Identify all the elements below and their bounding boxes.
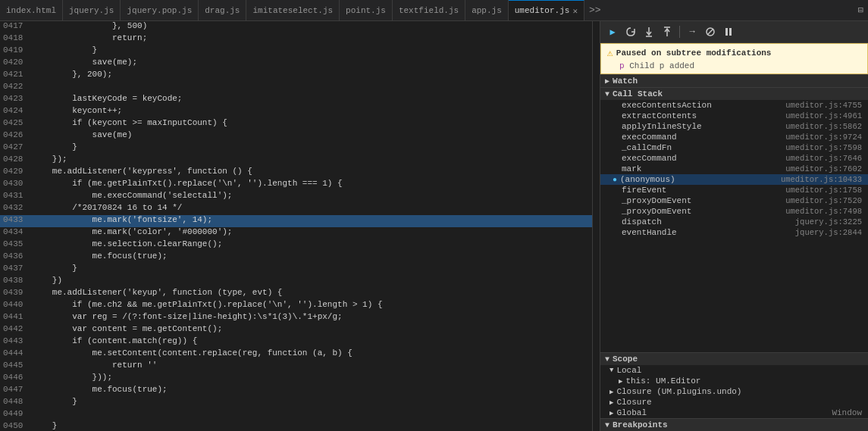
list-item[interactable]: markumeditor.js:7602 — [600, 164, 868, 174]
tab-imitateselect-js[interactable]: imitateselect.js — [246, 0, 340, 20]
scope-item-arrow: ▼ — [609, 367, 613, 374]
panel-toggle-button[interactable]: ⊟ — [854, 5, 868, 16]
breakpoints-section-header[interactable]: ▼ Breakpoints — [600, 418, 868, 431]
list-item[interactable]: ▼ Local — [600, 365, 868, 376]
right-panel: ▶ → ⚠ Paused on subtree modificat — [600, 21, 868, 431]
step-over-button[interactable] — [623, 24, 638, 39]
step-into-button[interactable] — [641, 24, 656, 39]
table-row: 0429 me.addListener('keypress', function… — [0, 167, 592, 179]
table-row: 0434 me.mark('color', '#000000'); — [0, 227, 592, 239]
tab-point-js[interactable]: point.js — [340, 0, 393, 20]
table-row: 0420 save(me); — [0, 58, 592, 70]
table-row: 0443 if (content.match(reg)) { — [0, 336, 592, 348]
list-item[interactable]: _proxyDomEventumeditor.js:7520 — [600, 195, 868, 206]
table-row: 0419 } — [0, 45, 592, 58]
table-row: 0445 return '' — [0, 361, 592, 373]
svg-rect-7 — [729, 28, 732, 36]
notification-title: ⚠ Paused on subtree modifications — [607, 47, 861, 59]
list-item[interactable]: execCommandumeditor.js:7646 — [600, 153, 868, 164]
list-item[interactable]: ▶ Closure (UM.plugins.undo) — [600, 386, 868, 397]
watch-collapse-arrow: ▶ — [605, 77, 609, 86]
list-item[interactable]: execCommandumeditor.js:9724 — [600, 132, 868, 142]
breakpoints-collapse-arrow: ▼ — [605, 421, 609, 429]
table-row: 0432 /*20170824 16 to 14 */ — [0, 203, 592, 215]
debug-toolbar: ▶ → — [600, 21, 868, 43]
callstack-section-header[interactable]: ▼ Call Stack — [600, 87, 868, 100]
list-item[interactable]: dispatchjquery.js:3225 — [600, 217, 868, 227]
table-row: 0417 }, 500) — [0, 21, 592, 33]
list-item[interactable]: ▶ GlobalWindow — [600, 408, 868, 418]
tab-umeditor-js[interactable]: umeditor.js ✕ — [509, 0, 584, 20]
tab-bar: index.html jquery.js jquery.pop.js drag.… — [0, 0, 868, 21]
scope-item-arrow: ▶ — [609, 409, 613, 417]
table-row: 0441 var reg = /(?:font-size|line-height… — [0, 312, 592, 324]
current-frame-marker: ● — [613, 176, 617, 184]
list-item[interactable]: eventHandlejquery.js:2844 — [600, 227, 868, 238]
list-item[interactable]: applyInlineStyleumeditor.js:5862 — [600, 121, 868, 132]
pause-button[interactable] — [721, 24, 736, 39]
table-row: 0428 }); — [0, 155, 592, 167]
table-row: 0425 if (keycont >= maxInputCount) { — [0, 118, 592, 130]
table-row: 0433 me.mark('fontsize', 14); — [0, 215, 592, 227]
scope-item-label: Local — [616, 366, 641, 375]
tab-jquery-pop-js[interactable]: jquery.pop.js — [121, 0, 199, 20]
svg-line-5 — [707, 29, 713, 35]
scope-list: ▼ Local▶ this: UM.Editor▶ Closure (UM.pl… — [600, 365, 868, 418]
vertical-scrollbar[interactable] — [592, 21, 600, 431]
svg-rect-6 — [725, 28, 728, 36]
call-stack-panel: ▼ Call Stack execContentsActionumeditor.… — [600, 87, 868, 352]
table-row: 0450 } — [0, 421, 592, 431]
scope-item-arrow: ▶ — [609, 398, 613, 407]
tab-textfield-js[interactable]: textfield.js — [393, 0, 465, 20]
scope-item-label: Global — [616, 408, 647, 417]
list-item[interactable]: fireEventumeditor.js:1758 — [600, 185, 868, 195]
table-row: 0447 me.focus(true); — [0, 385, 592, 397]
list-item[interactable]: execContentsActionumeditor.js:4755 — [600, 100, 868, 111]
tab-app-js[interactable]: app.js — [465, 0, 509, 20]
table-row: 0437 } — [0, 264, 592, 276]
table-row: 0426 save(me) — [0, 130, 592, 142]
list-item[interactable]: _callCmdFnumeditor.js:7598 — [600, 142, 868, 153]
step-button[interactable]: → — [685, 24, 700, 39]
table-row: 0436 me.focus(true); — [0, 251, 592, 264]
scope-item-arrow: ▶ — [609, 388, 613, 396]
scope-panel: ▼ Scope ▼ Local▶ this: UM.Editor▶ Closur… — [600, 352, 868, 418]
list-item[interactable]: extractContentsumeditor.js:4961 — [600, 111, 868, 121]
tab-drag-js[interactable]: drag.js — [199, 0, 246, 20]
watch-section-header[interactable]: ▶ Watch — [600, 74, 868, 87]
resume-button[interactable]: ▶ — [605, 24, 620, 39]
table-row: 0448 } — [0, 397, 592, 409]
notification-detail: p Child p added — [607, 61, 861, 70]
deactivate-button[interactable] — [703, 24, 718, 39]
code-editor[interactable]: 0417 }, 500)0418 return;0419 }0420 save(… — [0, 21, 592, 431]
table-row: 0421 }, 200); — [0, 70, 592, 82]
list-item[interactable]: ▶ Closure — [600, 397, 868, 408]
tab-index-html[interactable]: index.html — [0, 0, 63, 20]
table-row: 0449 — [0, 409, 592, 421]
table-row: 0418 return; — [0, 33, 592, 45]
tab-overflow-button[interactable]: >> — [584, 5, 606, 16]
notification-panel: ⚠ Paused on subtree modifications p Chil… — [600, 43, 868, 74]
table-row: 0442 var content = me.getContent(); — [0, 324, 592, 336]
table-row: 0439 me.addListener('keyup', function (t… — [0, 288, 592, 300]
warning-icon: ⚠ — [607, 47, 613, 59]
table-row: 0444 me.setContent(content.replace(reg, … — [0, 348, 592, 361]
step-out-button[interactable] — [660, 24, 675, 39]
list-item[interactable]: _proxyDomEventumeditor.js:7498 — [600, 206, 868, 217]
scope-item-arrow: ▶ — [619, 377, 622, 386]
scope-collapse-arrow: ▼ — [605, 355, 609, 364]
table-row: 0422 — [0, 82, 592, 94]
table-row: 0424 keycont++; — [0, 106, 592, 118]
scope-section-header[interactable]: ▼ Scope — [600, 352, 868, 365]
table-row: 0430 if (me.getPlainTxt().replace('\n', … — [0, 179, 592, 191]
table-row: 0423 lastKeyCode = keyCode; — [0, 94, 592, 106]
main-area: 0417 }, 500)0418 return;0419 }0420 save(… — [0, 21, 868, 431]
list-item[interactable]: ●(anonymous)umeditor.js:10433 — [600, 174, 868, 185]
table-row: 0435 me.selection.clearRange(); — [0, 239, 592, 251]
breakpoints-section: ▼ Breakpoints — [600, 418, 868, 431]
list-item[interactable]: ▶ this: UM.Editor — [600, 376, 868, 386]
scope-item-label: this: UM.Editor — [625, 376, 700, 386]
close-tab-icon[interactable]: ✕ — [572, 6, 578, 16]
tab-jquery-js[interactable]: jquery.js — [63, 0, 121, 20]
call-stack-list: execContentsActionumeditor.js:4755extrac… — [600, 100, 868, 352]
